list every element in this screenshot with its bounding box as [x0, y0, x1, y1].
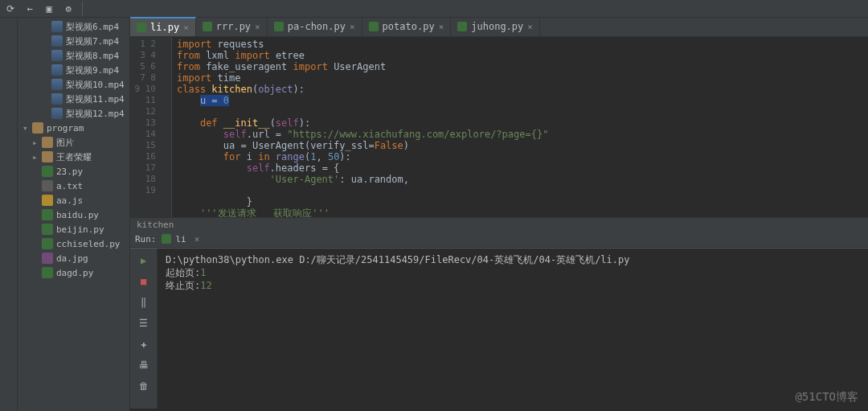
tree-item[interactable]: baidu.py — [18, 208, 129, 222]
box-icon[interactable]: ▣ — [43, 3, 55, 14]
back-icon[interactable]: ← — [24, 3, 35, 14]
tree-caret-icon[interactable]: ▾ — [23, 123, 29, 134]
tree-item[interactable]: ▸图片 — [18, 135, 129, 150]
tab-label: rrr.py — [216, 21, 251, 32]
breadcrumb[interactable]: kitchen — [130, 217, 868, 232]
tree-item-label: 梨视频8.mp4 — [66, 50, 119, 62]
tree-item-label: cchiseled.py — [56, 239, 120, 249]
run-toolbar: ▶ ■ ‖ ☰ ✚ 🖶 🗑 — [130, 249, 158, 409]
tree-item[interactable]: 梨视频12.mp4 — [18, 106, 129, 121]
tree-item[interactable]: 梨视频9.mp4 — [18, 63, 129, 77]
tree-item-label: 王者荣耀 — [56, 151, 92, 163]
file-icon — [51, 50, 63, 61]
tree-item[interactable]: ▾program — [18, 121, 129, 135]
close-icon[interactable]: × — [439, 22, 444, 32]
tree-item-label: 梨视频7.mp4 — [66, 35, 119, 47]
tree-item[interactable]: ▸王者荣耀 — [18, 150, 129, 164]
run-panel: ▶ ■ ‖ ☰ ✚ 🖶 🗑 D:\python38\python.exe D:/… — [130, 248, 868, 409]
tree-item-label: 梨视频9.mp4 — [66, 64, 119, 76]
tab-label: li.py — [150, 22, 179, 33]
file-icon — [51, 35, 63, 47]
tree-caret-icon[interactable]: ▸ — [32, 152, 39, 162]
tree-item-label: 图片 — [56, 137, 74, 149]
tree-item[interactable]: 梨视频8.mp4 — [18, 48, 129, 63]
editor-tab[interactable]: potato.py× — [362, 17, 452, 36]
pause-button[interactable]: ‖ — [137, 295, 151, 310]
file-icon — [42, 253, 53, 264]
python-icon — [203, 22, 212, 31]
breadcrumb-item[interactable]: kitchen — [137, 220, 174, 230]
tree-item-label: da.jpg — [56, 253, 88, 264]
console-output[interactable]: D:\python38\python.exe D:/聊天记录/254114545… — [158, 249, 868, 409]
tree-item[interactable]: 23.py — [18, 164, 129, 179]
tree-item[interactable]: aa.js — [18, 193, 129, 208]
tree-item-label: program — [47, 123, 84, 134]
file-icon — [42, 224, 53, 235]
tree-item-label: aa.js — [56, 195, 83, 206]
python-icon — [274, 22, 284, 31]
tree-item-label: dagd.py — [56, 268, 93, 278]
gear-icon[interactable]: ⚙ — [63, 3, 74, 14]
fold-gutter — [161, 37, 172, 217]
editor-tab[interactable]: juhong.py× — [451, 17, 540, 36]
tree-item-label: 梨视频11.mp4 — [66, 93, 125, 105]
file-icon — [42, 195, 53, 206]
file-icon — [51, 93, 63, 105]
tree-item[interactable]: a.txt — [18, 179, 129, 193]
top-toolbar: ⟳ ← ▣ ⚙ — [0, 0, 868, 18]
tree-caret-icon[interactable]: ▸ — [32, 138, 39, 148]
rerun-button[interactable]: ▶ — [137, 253, 151, 268]
python-icon — [369, 22, 379, 31]
tree-item[interactable]: da.jpg — [18, 251, 129, 265]
file-icon — [51, 21, 63, 32]
toolbar-separator — [82, 2, 83, 16]
tree-item-label: a.txt — [56, 181, 83, 191]
print-button[interactable]: 🖶 — [137, 358, 151, 372]
editor-tab[interactable]: rrr.py× — [196, 17, 268, 36]
tree-item[interactable]: dagd.py — [18, 265, 129, 280]
run-config-name[interactable]: li — [176, 234, 186, 245]
close-icon[interactable]: × — [255, 22, 260, 32]
close-icon[interactable]: × — [194, 234, 200, 245]
editor-area[interactable]: 1 2 3 4 5 6 7 8 9 10 11 12 13 14 15 16 1… — [130, 37, 868, 217]
tree-item[interactable]: cchiseled.py — [18, 236, 129, 251]
python-icon — [162, 234, 171, 244]
line-number-gutter: 1 2 3 4 5 6 7 8 9 10 11 12 13 14 15 16 1… — [130, 37, 161, 217]
editor-tab[interactable]: pa-chon.py× — [268, 17, 362, 36]
project-tree[interactable]: 梨视频6.mp4梨视频7.mp4梨视频8.mp4梨视频9.mp4梨视频10.mp… — [18, 18, 130, 411]
file-icon — [42, 166, 53, 177]
tree-item-label: beijin.py — [56, 224, 104, 235]
file-icon — [42, 180, 53, 191]
close-icon[interactable]: × — [527, 22, 533, 32]
tree-item[interactable]: 梨视频11.mp4 — [18, 92, 129, 106]
file-icon — [51, 64, 63, 76]
tree-item[interactable]: 梨视频7.mp4 — [18, 34, 129, 48]
watermark: @51CTO博客 — [795, 390, 858, 405]
run-label: Run: — [135, 234, 157, 245]
file-icon — [42, 267, 53, 278]
python-icon — [457, 22, 467, 31]
tree-item[interactable]: 梨视频10.mp4 — [18, 77, 129, 92]
file-icon — [42, 238, 53, 249]
tree-item-label: 梨视频10.mp4 — [66, 79, 125, 91]
close-icon[interactable]: × — [183, 23, 189, 33]
file-icon — [42, 137, 53, 148]
tree-item-label: baidu.py — [56, 210, 99, 220]
tab-label: juhong.py — [471, 21, 523, 32]
trash-button[interactable]: 🗑 — [137, 379, 151, 393]
python-icon — [137, 23, 146, 32]
file-icon — [42, 209, 53, 220]
tree-item-label: 23.py — [56, 166, 83, 177]
close-icon[interactable]: × — [350, 22, 355, 32]
tree-item[interactable]: beijin.py — [18, 222, 129, 236]
editor-tabs: li.py×rrr.py×pa-chon.py×potato.py×juhong… — [130, 18, 868, 37]
sync-icon[interactable]: ⟳ — [5, 3, 16, 14]
tree-item-label: 梨视频12.mp4 — [66, 108, 125, 120]
editor-tab[interactable]: li.py× — [130, 17, 196, 36]
stop-button[interactable]: ■ — [137, 274, 151, 289]
code-editor[interactable]: import requests from lxml import etree f… — [172, 37, 868, 217]
file-icon — [32, 122, 43, 134]
clear-button[interactable]: ✚ — [137, 337, 151, 351]
tree-item[interactable]: 梨视频6.mp4 — [18, 19, 129, 34]
layout-button[interactable]: ☰ — [137, 316, 151, 331]
